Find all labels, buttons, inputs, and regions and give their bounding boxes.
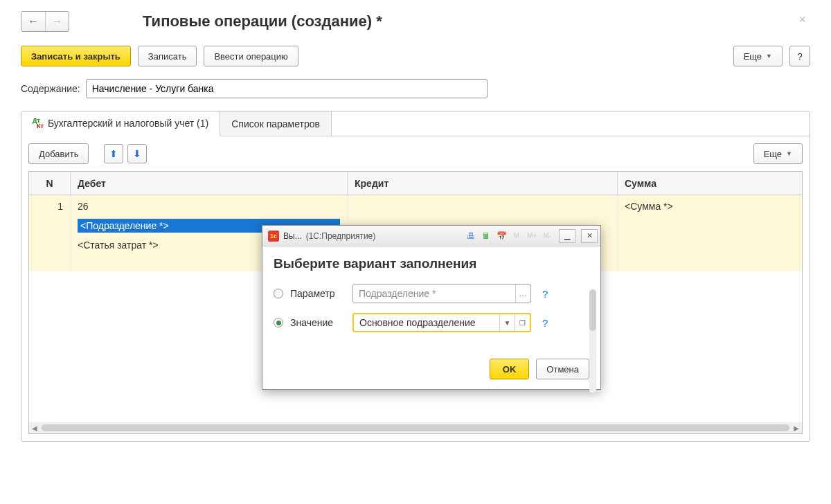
value-help[interactable]: ? <box>542 317 548 329</box>
parameter-value: Подразделение * <box>353 285 515 303</box>
close-icon[interactable]: × <box>798 12 806 27</box>
radio-parameter[interactable] <box>274 289 283 298</box>
move-down-button[interactable]: ⬇ <box>127 144 147 163</box>
scroll-left-icon[interactable]: ◀ <box>29 423 40 433</box>
cell-n: 1 <box>29 195 71 271</box>
radio-parameter-label: Параметр <box>290 288 346 299</box>
m-minus-icon[interactable]: M- <box>541 230 553 242</box>
nav-group: ← → <box>21 11 69 32</box>
calculator-icon[interactable]: 🖩 <box>480 230 492 242</box>
save-and-close-button[interactable]: Записать и закрыть <box>21 46 131 66</box>
tab-accounting[interactable]: ДтКт Бухгалтерский и налоговый учет (1) <box>21 111 220 136</box>
radio-value-label: Значение <box>290 317 346 328</box>
ok-button[interactable]: OK <box>490 359 530 379</box>
dialog-title: Вы... <box>283 231 302 241</box>
nav-back-button[interactable]: ← <box>21 12 45 31</box>
value-combo[interactable]: Основное подразделение ▼ ❐ <box>352 313 531 332</box>
scroll-thumb[interactable] <box>42 424 789 431</box>
dialog-subtitle: (1С:Предприятие) <box>306 231 461 241</box>
enter-operation-button[interactable]: Ввести операцию <box>204 46 298 66</box>
value-dropdown-button[interactable]: ▼ <box>499 314 515 331</box>
parameter-help[interactable]: ? <box>542 288 548 300</box>
m-icon[interactable]: M <box>510 230 523 242</box>
col-n[interactable]: N <box>29 172 71 195</box>
save-button[interactable]: Записать <box>138 46 197 66</box>
col-sum[interactable]: Сумма <box>618 172 802 195</box>
cell-sum[interactable]: <Сумма *> <box>618 195 802 271</box>
debit-account: 26 <box>78 201 340 212</box>
col-credit[interactable]: Кредит <box>348 172 618 195</box>
tab-parameters[interactable]: Список параметров <box>220 111 332 136</box>
help-button[interactable]: ? <box>789 46 810 66</box>
chevron-down-icon: ▼ <box>786 150 792 157</box>
value-text: Основное подразделение <box>354 314 499 331</box>
content-input[interactable] <box>86 79 488 98</box>
radio-value[interactable] <box>274 318 283 327</box>
parameter-select-button[interactable]: ... <box>515 285 530 303</box>
content-label: Содержание: <box>21 83 80 94</box>
calendar-icon[interactable]: 📅 <box>495 230 508 242</box>
more-label: Еще <box>744 51 762 62</box>
page-title: Типовые операции (создание) * <box>143 12 382 30</box>
horizontal-scrollbar[interactable]: ◀ ▶ <box>29 422 802 433</box>
value-open-button[interactable]: ❐ <box>515 314 530 331</box>
m-plus-icon[interactable]: M+ <box>526 230 538 242</box>
col-debit[interactable]: Дебет <box>71 172 348 195</box>
print-icon[interactable]: 🖶 <box>465 230 477 242</box>
more-button[interactable]: Еще ▼ <box>733 46 783 66</box>
cancel-button[interactable]: Отмена <box>536 359 589 379</box>
inner-more-button[interactable]: Еще ▼ <box>753 143 803 164</box>
dialog-close-button[interactable]: ✕ <box>581 229 598 243</box>
fill-variant-dialog: 1c Вы... (1С:Предприятие) 🖶 🖩 📅 M M+ M- … <box>262 225 601 390</box>
tab-accounting-label: Бухгалтерский и налоговый учет (1) <box>48 118 208 129</box>
move-up-button[interactable]: ⬆ <box>104 144 123 163</box>
dialog-heading: Выберите вариант заполнения <box>274 256 589 271</box>
minimize-button[interactable]: ▁ <box>559 229 575 243</box>
dtkt-icon: ДтКт <box>33 118 44 129</box>
dialog-scrollbar[interactable] <box>589 289 596 393</box>
parameter-combo[interactable]: Подразделение * ... <box>352 284 531 303</box>
inner-more-label: Еще <box>764 149 782 159</box>
app-icon: 1c <box>268 231 279 242</box>
nav-forward-button[interactable]: → <box>45 12 69 31</box>
add-button[interactable]: Добавить <box>28 143 89 164</box>
chevron-down-icon: ▼ <box>766 53 772 60</box>
scroll-right-icon[interactable]: ▶ <box>791 423 802 433</box>
